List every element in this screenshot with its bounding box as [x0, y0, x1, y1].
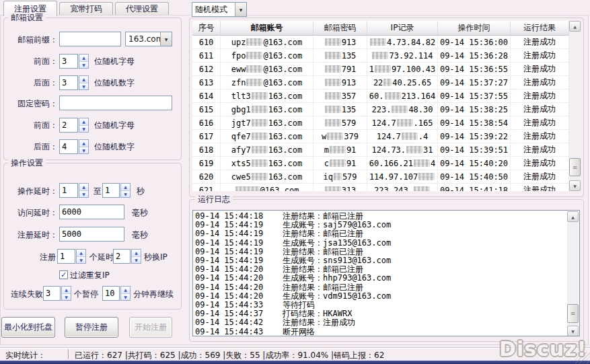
scroll-up-icon[interactable]: ▲	[569, 21, 581, 32]
table-cell: 617	[192, 130, 221, 143]
column-header[interactable]: 运行结果	[511, 21, 569, 36]
front-letters-spinner[interactable]: ▲▼	[79, 54, 89, 69]
minimize-to-tray-button[interactable]: 最小化到托盘	[1, 317, 55, 338]
spin-up-icon[interactable]: ▲	[121, 184, 130, 191]
table-row[interactable]: 615gbg1163.com135223.48.3009-14 15:38:25…	[192, 103, 569, 116]
censored-text	[325, 52, 341, 59]
table-cell: 223.243.	[367, 184, 438, 191]
spin-down-icon[interactable]: ▼	[132, 257, 141, 264]
table-row[interactable]: 614tlt3163.com35760.213.16409-14 15:37:5…	[192, 89, 569, 103]
pwd-front-letters-spinner[interactable]: ▲▼	[79, 118, 89, 133]
spin-up-icon[interactable]: ▲	[79, 118, 88, 126]
column-header[interactable]: IP记录	[367, 21, 438, 36]
pwd-front-letters-input[interactable]	[59, 118, 78, 133]
reg-delay-input[interactable]	[59, 227, 124, 242]
fail-count-input[interactable]	[43, 286, 61, 301]
scrollbar-thumb[interactable]: ≡	[567, 304, 579, 323]
table-row[interactable]: 616jgt7163.com579124.7.16509-14 15:38:54…	[192, 116, 569, 130]
tab-proxy-settings[interactable]: 代理设置	[115, 2, 169, 15]
table-row[interactable]: 613zfn@163.com9132240.25.6509-14 15:37:2…	[192, 76, 569, 89]
column-header[interactable]: 邮箱密码	[314, 21, 367, 36]
spin-down-icon[interactable]: ▼	[77, 257, 85, 264]
tab-broadband-captcha[interactable]: 宽带打码	[59, 2, 113, 15]
spin-down-icon[interactable]: ▼	[121, 191, 130, 198]
spin-down-icon[interactable]: ▼	[79, 191, 88, 198]
log-line: 09-14 15:44:19 生成账号：jsa135@163.com	[195, 239, 566, 248]
spin-down-icon[interactable]: ▼	[79, 147, 88, 154]
table-cell: 615	[192, 103, 221, 116]
table-cell: 4.73.84.82	[367, 36, 438, 49]
column-header[interactable]: 操作时间	[438, 21, 511, 36]
reg-switch-delay-input[interactable]	[113, 249, 131, 264]
table-cell: zfn@163.com	[221, 76, 314, 89]
table-cell: 09-14 15:38:54	[438, 116, 511, 130]
spin-up-icon[interactable]: ▲	[132, 250, 141, 257]
corner-pattern	[575, 352, 590, 364]
pause-register-button[interactable]: 暂停注册	[65, 317, 118, 338]
spin-up-icon[interactable]: ▲	[79, 184, 88, 191]
scroll-down-icon[interactable]: ▼	[567, 326, 579, 336]
table-row[interactable]: 611fpo@163.com13573.92.11409-14 15:36:28…	[192, 49, 569, 63]
spin-down-icon[interactable]: ▼	[79, 83, 88, 90]
email-domain-value: 163.com	[126, 34, 160, 44]
scroll-down-icon[interactable]: ▼	[569, 180, 581, 191]
spin-down-icon[interactable]: ▼	[79, 62, 88, 69]
table-cell: 注册成功	[511, 89, 569, 103]
dropdown-arrow-icon[interactable]: ▼	[235, 3, 246, 16]
op-delay-to-spinner[interactable]: ▲▼	[120, 183, 131, 198]
mode-select[interactable]: 随机模式 ▼	[192, 2, 247, 17]
log-scrollbar[interactable]: ▲ ≡ ▼	[567, 211, 579, 336]
spin-up-icon[interactable]: ▲	[79, 76, 88, 83]
spin-up-icon[interactable]: ▲	[79, 140, 88, 147]
back-digits-input[interactable]	[59, 75, 78, 90]
table-row[interactable]: 610upz@163.com9134.73.84.8209-14 15:36:0…	[192, 36, 569, 49]
table-cell: 611	[192, 49, 221, 63]
spin-down-icon[interactable]: ▼	[121, 294, 130, 301]
op-delay-from-input[interactable]	[59, 183, 78, 198]
column-header[interactable]: 序号	[192, 21, 221, 36]
spin-up-icon[interactable]: ▲	[77, 250, 85, 257]
spin-up-icon[interactable]: ▲	[121, 287, 130, 294]
dropdown-arrow-icon[interactable]: ▼	[160, 32, 172, 46]
censored-text	[372, 52, 388, 59]
table-row[interactable]: 620cwe5163.comiq579114.97.10709-14 15:40…	[192, 170, 569, 184]
column-header[interactable]: 邮箱账号	[221, 21, 314, 36]
spin-up-icon[interactable]: ▲	[79, 54, 88, 62]
table-row[interactable]: 617qfe7163.comw379124.7.409-14 15:39:22注…	[192, 130, 569, 143]
pwd-back-digits-spinner[interactable]: ▲▼	[79, 139, 89, 154]
op-delay-from-spinner[interactable]: ▲▼	[79, 183, 89, 198]
table-cell: 注册成功	[511, 49, 569, 63]
scrollbar-thumb[interactable]: ≡	[569, 158, 581, 176]
table-row[interactable]: 612eww@163.com791197.100.4309-14 15:36:5…	[192, 63, 569, 76]
run-log-box[interactable]: 09-14 15:44:18 注册结果：邮箱已注册09-14 15:44:19 …	[192, 210, 580, 336]
op-delay-to-input[interactable]	[102, 183, 120, 198]
email-prefix-input[interactable]	[59, 32, 121, 46]
visit-delay-input[interactable]	[59, 205, 124, 219]
fixed-password-input[interactable]	[59, 96, 172, 110]
reg-count-spinner[interactable]: ▲▼	[76, 249, 86, 264]
table-cell: 135	[314, 103, 367, 116]
filter-duplicate-ip-checkbox[interactable]: ✓	[59, 270, 68, 279]
table-cell: 注册成功	[511, 157, 569, 170]
table-row[interactable]: 619xts5163.comc9160.166.21409-14 15:40:2…	[192, 157, 569, 170]
table-cell: 618	[192, 143, 221, 157]
reg-switch-delay-spinner[interactable]: ▲▼	[131, 249, 141, 264]
reg-count-input[interactable]	[57, 249, 75, 264]
back-digits-spinner[interactable]: ▲▼	[79, 75, 89, 90]
spin-down-icon[interactable]: ▼	[79, 126, 88, 133]
scroll-up-icon[interactable]: ▲	[567, 211, 579, 222]
pwd-back-digits-input[interactable]	[59, 139, 78, 154]
spin-down-icon[interactable]: ▼	[62, 294, 71, 301]
start-register-button[interactable]: 开始注册	[129, 317, 172, 338]
table-row[interactable]: 621@163.com313223.243.09-14 15:41:18注册成功	[192, 184, 569, 191]
fail-count-spinner[interactable]: ▲▼	[61, 286, 71, 301]
front-letters-input[interactable]	[59, 54, 78, 69]
email-domain-select[interactable]: 163.com ▼	[125, 32, 172, 46]
spin-up-icon[interactable]: ▲	[62, 287, 71, 294]
table-scrollbar[interactable]: ▲ ≡ ▼	[569, 21, 581, 191]
pause-minutes-input[interactable]	[102, 286, 120, 301]
table-row[interactable]: 618afy7163.comm91124.73.3109-14 15:39:51…	[192, 143, 569, 157]
table-cell: 619	[192, 157, 221, 170]
pause-minutes-spinner[interactable]: ▲▼	[120, 286, 131, 301]
table-cell: w379	[314, 130, 367, 143]
